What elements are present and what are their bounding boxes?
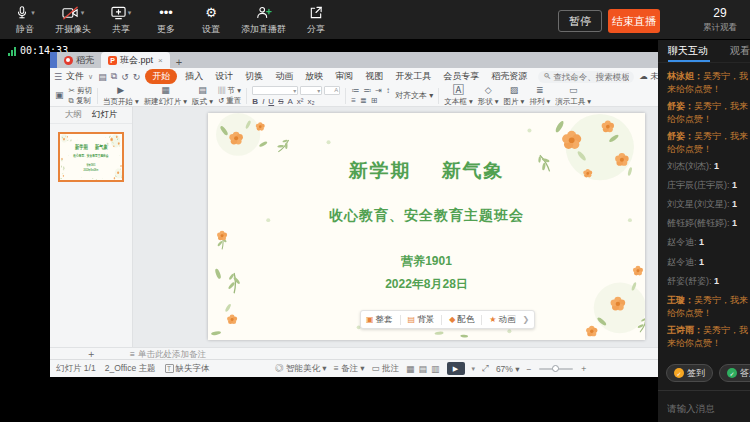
align-left-icon[interactable]: ≡ xyxy=(351,97,356,105)
font-size-select[interactable]: ▾ xyxy=(300,86,322,95)
menu-tab-start[interactable]: 开始 xyxy=(145,69,177,84)
play-from-current-button[interactable]: ▶ 当页开始 ▾ xyxy=(103,86,139,105)
beautify-full-set[interactable]: ▣整套 xyxy=(366,314,393,326)
copy-button[interactable]: ⧉ 复制 xyxy=(69,97,92,105)
comment-button[interactable]: ▭ 批注 xyxy=(372,363,399,375)
strikethrough-button[interactable]: S xyxy=(278,97,283,106)
subscript-button[interactable]: x₂ xyxy=(308,97,315,106)
layout-button[interactable]: ▤ 版式 ▾ xyxy=(192,86,213,105)
slide-thumbnail-art: 新学期 新气象 收心教育、安全教育主题班会 营养1901 2022年8月28日 xyxy=(60,134,122,180)
notes-toggle-button[interactable]: ≡ 备注 ▾ xyxy=(334,363,365,375)
close-tab-icon[interactable]: × xyxy=(158,56,163,65)
settings-button[interactable]: ⚙ 设置 xyxy=(196,4,226,36)
search-icon: 🔍︎ xyxy=(543,72,551,81)
presentation-tools-button[interactable]: ▭ 演示工具 ▾ xyxy=(555,86,591,105)
end-live-button[interactable]: 结束直播 xyxy=(608,9,660,33)
save-icon[interactable]: ▤ xyxy=(98,72,107,82)
wps-home-button[interactable] xyxy=(50,52,57,68)
zoom-level[interactable]: 67% ▾ xyxy=(496,364,520,374)
shape-icon: ◇ xyxy=(485,86,492,96)
line-spacing-icon[interactable]: ↕ xyxy=(386,87,390,95)
command-search[interactable]: 🔍︎ xyxy=(538,71,634,83)
smart-beautify-button[interactable]: ◎ 智能美化 ▾ xyxy=(275,363,327,375)
menu-tab-member[interactable]: 会员专享 xyxy=(439,69,483,84)
chat-message-input[interactable] xyxy=(667,403,741,414)
menu-tab-devtools[interactable]: 开发工具 xyxy=(391,69,435,84)
more-button[interactable]: ••• 更多 xyxy=(151,4,181,36)
new-slide-button[interactable]: ▦ 新建幻灯片 ▾ xyxy=(144,86,187,105)
beautify-palette[interactable]: ◆配色 xyxy=(449,314,474,326)
font-family-select[interactable]: ▾ xyxy=(252,86,298,95)
menu-tab-view[interactable]: 视图 xyxy=(361,69,387,84)
zoom-in-button[interactable]: ＋ xyxy=(580,363,589,375)
columns-icon[interactable]: ⊞ xyxy=(371,97,378,105)
menu-tab-docer-resources[interactable]: 稻壳资源 xyxy=(487,69,531,84)
zoom-out-button[interactable]: − xyxy=(527,364,532,374)
camera-toggle-button[interactable]: ▾ 开摄像头 xyxy=(55,4,91,36)
slideshow-play-button[interactable]: ▶ xyxy=(447,362,465,375)
bullet-list-icon[interactable]: ≔ xyxy=(351,87,359,95)
zoom-slider-knob[interactable] xyxy=(552,365,559,372)
arrange-button[interactable]: ≣ 排列 ▾ xyxy=(529,86,550,105)
redo-icon[interactable]: ↻ xyxy=(133,72,141,82)
italic-button[interactable]: I xyxy=(262,97,264,106)
reading-view-icon[interactable]: ▥ xyxy=(431,364,440,374)
normal-view-icon[interactable]: ▦ xyxy=(406,364,415,374)
sorter-view-icon[interactable]: ▤ xyxy=(419,364,428,374)
font-color-button[interactable]: A xyxy=(287,97,292,106)
fit-window-icon[interactable]: ⤢ xyxy=(482,363,489,374)
check-in-button[interactable]: ✓ 签到 xyxy=(666,364,713,382)
stream-tool-group: ▾ 静音 ▾ 开摄像头 ▾ 共享 ••• 更多 xyxy=(10,4,331,36)
search-input[interactable] xyxy=(553,72,629,82)
undo-icon[interactable]: ↺ xyxy=(121,72,129,82)
tab-slides[interactable]: 幻灯片 xyxy=(92,109,118,121)
cut-button[interactable]: ✂ 剪切 xyxy=(69,87,92,95)
add-slide-button[interactable]: ＋ xyxy=(86,348,96,360)
reset-button[interactable]: ↺ 重置 xyxy=(218,97,241,105)
picture-button[interactable]: ▨ 图片 ▾ xyxy=(504,86,525,105)
numbered-list-icon[interactable]: ≕ xyxy=(363,87,371,95)
align-text-button[interactable]: 对齐文本 ▾ xyxy=(395,91,433,101)
beautify-background[interactable]: ▤背景 xyxy=(408,314,435,326)
output-icon[interactable]: ⧉ xyxy=(111,71,117,82)
text-box-button[interactable]: 🄰 文本框 ▾ xyxy=(444,86,472,105)
docer-tab-label: 稻壳 xyxy=(76,54,94,67)
grow-font-button[interactable]: A xyxy=(324,86,340,95)
tab-docer[interactable]: 稻壳 xyxy=(57,52,101,68)
zoom-slider[interactable] xyxy=(539,368,573,370)
new-tab-button[interactable]: + xyxy=(170,56,188,68)
menu-tab-insert[interactable]: 插入 xyxy=(181,69,207,84)
share-button[interactable]: 分享 xyxy=(301,4,331,36)
superscript-button[interactable]: x² xyxy=(297,97,304,106)
file-menu[interactable]: ☰ 文件 ∨ xyxy=(54,70,93,83)
tab-outline[interactable]: 大纲 xyxy=(65,109,82,121)
mute-button[interactable]: ▾ 静音 xyxy=(10,4,40,36)
answer-card-button[interactable]: ✓ 答题卡 xyxy=(719,364,750,382)
menu-tab-animation[interactable]: 动画 xyxy=(271,69,297,84)
share-screen-button[interactable]: ▾ 共享 xyxy=(106,4,136,36)
share-label: 分享 xyxy=(307,23,325,36)
menu-tab-slideshow[interactable]: 放映 xyxy=(301,69,327,84)
shape-button[interactable]: ◇ 形状 ▾ xyxy=(478,86,499,105)
add-live-group-button[interactable]: 添加直播群 xyxy=(241,4,286,36)
slide-1-thumbnail[interactable]: 新学期 新气象 收心教育、安全教育主题班会 营养1901 2022年8月28日 xyxy=(58,132,124,182)
underline-button[interactable]: U xyxy=(268,97,274,106)
indent-icon[interactable]: ⇥ xyxy=(375,87,382,95)
beautify-expand-icon[interactable]: ❯ xyxy=(522,315,529,324)
bold-button[interactable]: B xyxy=(252,97,258,106)
theme-name[interactable]: 2_Office 主题 xyxy=(105,363,156,375)
tab-viewer-list[interactable]: 观看名单 xyxy=(730,44,750,58)
slide-canvas[interactable]: 新学期新气象 收心教育、安全教育主题班会 营养1901 2022年8月28日 xyxy=(208,113,645,340)
align-center-icon[interactable]: ≣ xyxy=(360,97,367,105)
missing-font-warning[interactable]: T缺失字体 xyxy=(165,363,210,375)
tab-document[interactable]: P 班会.ppt × xyxy=(101,52,170,68)
tab-chat-interaction[interactable]: 聊天互动 xyxy=(668,44,708,58)
section-button[interactable]: ▥ 节 ▾ xyxy=(218,87,241,95)
pause-button[interactable]: 暂停 xyxy=(558,10,602,32)
menu-tab-transitions[interactable]: 切换 xyxy=(241,69,267,84)
paste-button[interactable]: ▣ xyxy=(55,91,64,101)
menu-tab-design[interactable]: 设计 xyxy=(211,69,237,84)
beautify-animation[interactable]: ★动画 xyxy=(489,314,515,326)
notes-placeholder[interactable]: ≡单击此处添加备注 xyxy=(130,348,206,360)
menu-tab-review[interactable]: 审阅 xyxy=(331,69,357,84)
